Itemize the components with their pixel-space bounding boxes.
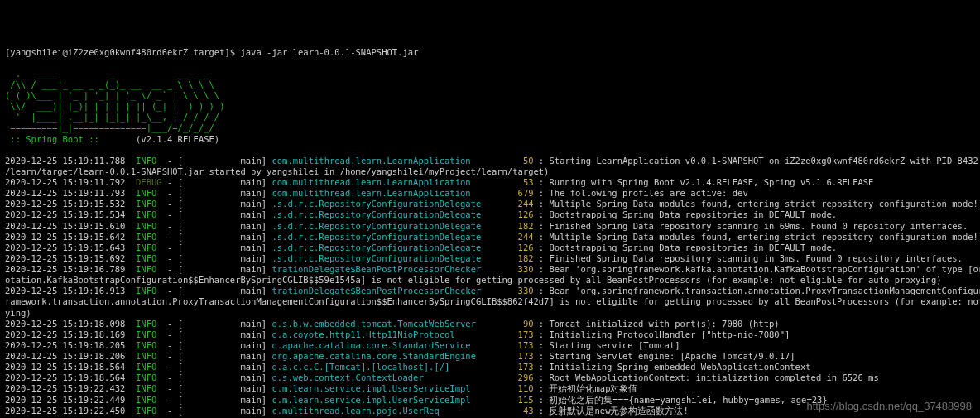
log-line: 2020-12-25 15:19:16.913 INFO - [ main] t… (5, 286, 975, 296)
log-continuation: otation.KafkaBootstrapConfiguration$$Enh… (5, 275, 942, 285)
spring-logo-line: ' |____| .__|_| |_|_| |_\__, | / / / / (5, 112, 219, 122)
spring-logo-line: =========|_|==============|___/=/_/_/_/ (5, 123, 214, 132)
log-line: 2020-12-25 15:19:11.788 INFO - [ main] c… (5, 156, 975, 166)
spring-logo-line: . ____ _ __ _ _ (5, 69, 209, 79)
log-line: 2020-12-25 15:19:18.564 INFO - [ main] o… (5, 362, 975, 372)
terminal-output: [yangshilei@iZ2ze0xg0kwnf480rd6ekrZ targ… (5, 47, 975, 419)
log-line: 2020-12-25 15:19:11.792 DEBUG - [ main] … (5, 177, 975, 188)
log-line: 2020-12-25 15:19:18.169 INFO - [ main] o… (5, 329, 975, 340)
log-line: 2020-12-25 15:19:22.432 INFO - [ main] c… (5, 383, 975, 394)
log-line: 2020-12-25 15:19:15.692 INFO - [ main] .… (5, 253, 975, 264)
log-line: 2020-12-25 15:19:11.793 INFO - [ main] c… (5, 188, 975, 199)
spring-logo-line: \\/ ___)| |_)| | | | | || (_| | ) ) ) ) (5, 101, 225, 111)
log-line: 2020-12-25 15:19:15.532 INFO - [ main] .… (5, 199, 975, 209)
log-line: 2020-12-25 15:19:15.643 INFO - [ main] .… (5, 243, 975, 253)
log-continuation: ying) (5, 308, 31, 318)
log-continuation: ramework.transaction.annotation.ProxyTra… (5, 296, 980, 306)
watermark-text: https://blog.csdn.net/qq_37488998 (807, 400, 973, 413)
shell-prompt: [yangshilei@iZ2ze0xg0kwnf480rd6ekrZ targ… (5, 47, 418, 57)
log-line: 2020-12-25 15:19:15.534 INFO - [ main] .… (5, 209, 975, 220)
log-line: 2020-12-25 15:19:15.642 INFO - [ main] .… (5, 232, 975, 243)
log-continuation: /learn/target/learn-0.0.1-SNAPSHOT.jar s… (5, 166, 549, 176)
log-line: 2020-12-25 15:19:18.098 INFO - [ main] o… (5, 319, 975, 329)
spring-boot-label: :: Spring Boot :: (5, 134, 136, 144)
spring-logo-line: /\\ / ___'_ __ _ _(_)_ __ __ _ \ \ \ \ (5, 79, 214, 89)
log-line: 2020-12-25 15:19:18.206 INFO - [ main] o… (5, 351, 975, 362)
log-line: 2020-12-25 15:19:18.564 INFO - [ main] o… (5, 372, 975, 383)
log-line: 2020-12-25 15:19:18.205 INFO - [ main] o… (5, 340, 975, 351)
log-line: 2020-12-25 15:19:16.789 INFO - [ main] t… (5, 264, 975, 275)
spring-logo-line: ( ( )\___ | '_ | '_| | '_ \/ _` | \ \ \ … (5, 90, 219, 100)
log-line: 2020-12-25 15:19:15.610 INFO - [ main] .… (5, 221, 975, 232)
